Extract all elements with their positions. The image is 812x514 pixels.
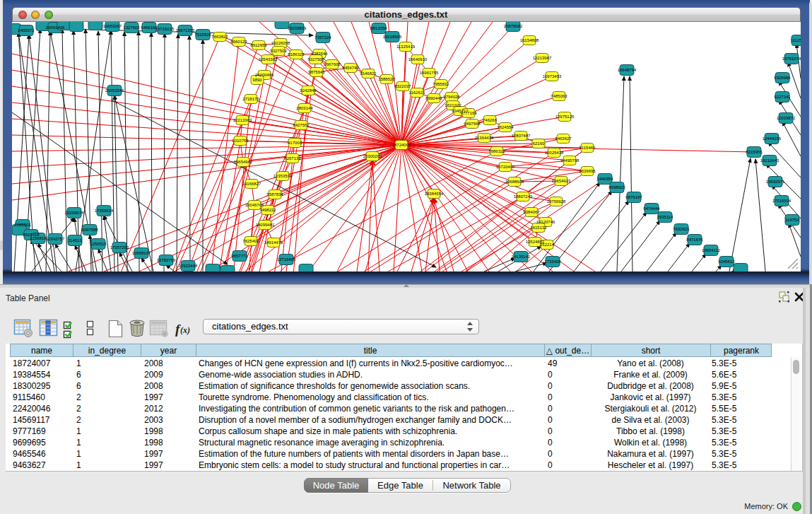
svg-text:15692971: 15692971 xyxy=(766,180,785,184)
svg-text:8990443: 8990443 xyxy=(425,96,442,100)
svg-text:9084067: 9084067 xyxy=(523,210,540,214)
svg-text:16210643: 16210643 xyxy=(760,158,779,163)
svg-text:10025438: 10025438 xyxy=(545,151,564,155)
svg-text:16671355: 16671355 xyxy=(176,28,195,33)
svg-text:14495798: 14495798 xyxy=(560,158,579,163)
svg-text:7663822: 7663822 xyxy=(211,35,228,39)
svg-text:14914479: 14914479 xyxy=(264,240,283,245)
svg-text:25300203: 25300203 xyxy=(363,154,382,158)
svg-text:8912955: 8912955 xyxy=(250,43,267,47)
svg-text:8938923: 8938923 xyxy=(608,185,625,189)
svg-text:8427552: 8427552 xyxy=(293,123,310,127)
svg-text:8267130: 8267130 xyxy=(284,156,301,160)
svg-text:18724007: 18724007 xyxy=(392,143,411,147)
svg-text:16154808: 16154808 xyxy=(520,38,539,42)
svg-text:8215955: 8215955 xyxy=(746,150,763,154)
svg-text:1156819: 1156819 xyxy=(30,236,47,240)
svg-text:24200466: 24200466 xyxy=(255,73,274,77)
svg-text:7357224: 7357224 xyxy=(314,35,331,40)
svg-text:9383546: 9383546 xyxy=(311,52,328,56)
svg-text:7515526: 7515526 xyxy=(194,33,211,37)
svg-text:17016504: 17016504 xyxy=(772,199,792,203)
svg-text:10973493: 10973493 xyxy=(543,74,562,78)
svg-text:12353594: 12353594 xyxy=(273,174,293,178)
svg-text:16961755: 16961755 xyxy=(420,71,439,75)
svg-text:20206578: 20206578 xyxy=(65,211,84,215)
svg-text:14136141: 14136141 xyxy=(512,255,531,259)
svg-text:8454749: 8454749 xyxy=(342,66,359,70)
svg-text:13226058: 13226058 xyxy=(271,41,290,45)
svg-text:15720407: 15720407 xyxy=(496,165,515,169)
svg-text:19166827: 19166827 xyxy=(242,182,261,186)
svg-text:10958107: 10958107 xyxy=(132,251,151,255)
svg-text:114513: 114513 xyxy=(68,238,82,243)
svg-text:9245612: 9245612 xyxy=(718,259,735,264)
svg-text:8813054: 8813054 xyxy=(370,26,387,30)
svg-text:10807487: 10807487 xyxy=(512,134,531,138)
svg-text:13654923: 13654923 xyxy=(552,179,571,183)
svg-text:12923448: 12923448 xyxy=(179,264,198,268)
svg-text:16640910: 16640910 xyxy=(408,57,428,62)
svg-text:20053346: 20053346 xyxy=(105,88,124,93)
svg-text:19756928: 19756928 xyxy=(547,199,566,204)
svg-text:9890: 9890 xyxy=(252,78,262,82)
svg-text:8471676: 8471676 xyxy=(686,238,703,242)
svg-text:12033872: 12033872 xyxy=(777,116,796,120)
svg-text:20691406: 20691406 xyxy=(46,25,65,30)
svg-text:12213363: 12213363 xyxy=(233,118,252,122)
svg-text:10654112: 10654112 xyxy=(702,248,721,252)
svg-text:(x): (x) xyxy=(180,325,190,335)
svg-text:1615132: 1615132 xyxy=(530,226,547,230)
svg-text:14099481: 14099481 xyxy=(256,223,275,227)
svg-text:2183501: 2183501 xyxy=(14,223,31,227)
svg-text:3498222: 3498222 xyxy=(259,208,276,212)
svg-text:1112548: 1112548 xyxy=(791,38,801,42)
svg-text:20878682: 20878682 xyxy=(504,24,523,28)
svg-text:3587834: 3587834 xyxy=(266,192,283,197)
svg-text:10719135: 10719135 xyxy=(155,27,175,31)
svg-text:1327602: 1327602 xyxy=(123,25,140,30)
svg-text:1250515: 1250515 xyxy=(90,242,107,246)
svg-text:10046706: 10046706 xyxy=(245,203,264,207)
svg-text:9115460: 9115460 xyxy=(579,146,596,150)
svg-text:1162615: 1162615 xyxy=(409,90,426,95)
svg-text:62160: 62160 xyxy=(533,141,545,146)
svg-text:746266: 746266 xyxy=(483,118,498,122)
svg-text:9227341: 9227341 xyxy=(774,95,791,99)
svg-text:7485063: 7485063 xyxy=(551,94,567,98)
svg-text:1733426: 1733426 xyxy=(544,259,561,264)
svg-text:7625402: 7625402 xyxy=(242,239,259,243)
svg-text:2803144: 2803144 xyxy=(296,106,313,110)
svg-text:6879197: 6879197 xyxy=(625,195,642,199)
svg-text:13716485: 13716485 xyxy=(277,257,296,262)
svg-text:2405572: 2405572 xyxy=(18,28,35,33)
svg-text:9242845: 9242845 xyxy=(300,88,317,93)
svg-text:2935114: 2935114 xyxy=(657,215,674,219)
svg-text:21364436: 21364436 xyxy=(475,136,494,140)
svg-text:1621022: 1621022 xyxy=(445,103,461,107)
svg-text:9777169: 9777169 xyxy=(460,111,477,115)
svg-text:9657771: 9657771 xyxy=(231,254,248,258)
svg-text:9639695: 9639695 xyxy=(579,169,596,173)
svg-text:7632621: 7632621 xyxy=(673,227,690,231)
svg-text:12213967: 12213967 xyxy=(533,56,552,60)
svg-text:9146821: 9146821 xyxy=(360,71,377,76)
svg-text:18807249: 18807249 xyxy=(514,194,533,199)
svg-text:2718170: 2718170 xyxy=(242,97,259,101)
svg-text:12444156: 12444156 xyxy=(763,136,782,141)
svg-text:8322037: 8322037 xyxy=(394,84,411,88)
svg-text:9474444: 9474444 xyxy=(643,206,660,211)
svg-text:19384554: 19384554 xyxy=(425,192,444,196)
svg-text:10653267: 10653267 xyxy=(103,24,122,28)
svg-text:1010755: 1010755 xyxy=(232,139,249,143)
svg-text:9875645: 9875645 xyxy=(308,70,325,74)
svg-text:252214: 252214 xyxy=(540,243,555,247)
svg-text:8660123: 8660123 xyxy=(230,40,247,44)
svg-text:16033809: 16033809 xyxy=(288,26,307,30)
svg-text:10543362: 10543362 xyxy=(259,57,278,62)
svg-text:13120746: 13120746 xyxy=(536,220,555,224)
svg-text:9463627: 9463627 xyxy=(555,136,572,141)
svg-text:16782759: 16782759 xyxy=(157,258,176,262)
svg-text:1588520: 1588520 xyxy=(378,77,395,81)
svg-text:3624554: 3624554 xyxy=(497,125,514,129)
